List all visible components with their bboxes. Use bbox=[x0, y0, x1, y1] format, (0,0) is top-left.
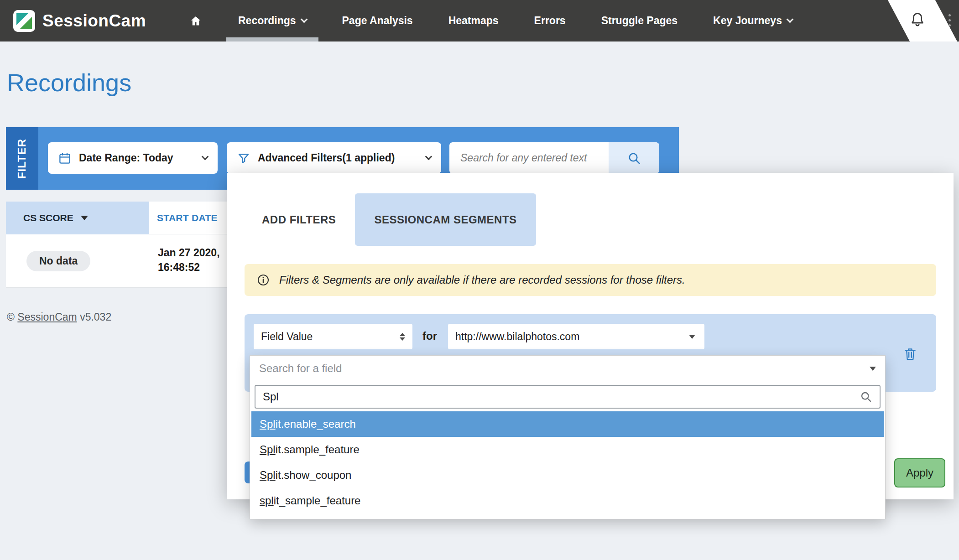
nav-heatmaps[interactable]: Heatmaps bbox=[437, 0, 511, 41]
tab-sessioncam-segments[interactable]: SESSIONCAM SEGMENTS bbox=[355, 193, 536, 246]
field-type-select[interactable]: Field Value bbox=[254, 324, 412, 349]
filter-tab[interactable]: FILTER bbox=[6, 127, 38, 190]
search-icon bbox=[860, 390, 872, 403]
option-split-show-coupon[interactable]: Split.show_coupon bbox=[251, 462, 884, 488]
option-rest-text: it.sample_feature bbox=[276, 443, 360, 456]
chevron-down-icon bbox=[300, 16, 308, 23]
option-rest-text: it_sample_feature bbox=[274, 494, 361, 507]
dropdown-arrow-icon bbox=[870, 367, 876, 371]
nav-recordings-label: Recordings bbox=[238, 15, 296, 27]
filter-tab-label: FILTER bbox=[16, 138, 29, 178]
option-match-text: Spl bbox=[260, 418, 276, 430]
updown-icon bbox=[400, 333, 405, 341]
top-navigation: SessionCam Recordings Page Analysis Heat… bbox=[0, 0, 959, 41]
info-icon bbox=[256, 273, 270, 287]
footer: © SessionCam v5.032 bbox=[7, 311, 111, 323]
field-select-header[interactable]: Search for a field bbox=[250, 356, 885, 381]
field-options-list: Split.enable_search Split.sample_feature… bbox=[250, 411, 885, 513]
field-search-box bbox=[255, 385, 881, 409]
field-select-placeholder: Search for a field bbox=[259, 362, 342, 375]
option-split-sample-feature-lower[interactable]: split_sample_feature bbox=[251, 488, 884, 513]
column-header-cs-score[interactable]: CS SCORE bbox=[6, 202, 149, 234]
nav-page-analysis-label: Page Analysis bbox=[342, 15, 413, 27]
funnel-icon bbox=[237, 151, 250, 165]
field-type-value: Field Value bbox=[261, 331, 313, 343]
search-icon bbox=[627, 151, 641, 166]
option-match-text: Spl bbox=[260, 443, 276, 456]
advanced-filters-panel: ADD FILTERS SESSIONCAM SEGMENTS Filters … bbox=[227, 173, 954, 499]
column-header-start-date[interactable]: START DATE bbox=[157, 202, 218, 234]
cs-score-badge: No data bbox=[26, 251, 90, 271]
option-split-sample-feature[interactable]: Split.sample_feature bbox=[251, 437, 884, 462]
chevron-down-icon bbox=[425, 153, 433, 161]
field-combobox: Search for a field Split.enable_search S… bbox=[250, 355, 886, 519]
site-select-value: http://www.bilalphotos.com bbox=[455, 331, 579, 343]
text-search bbox=[449, 142, 659, 174]
notifications-button[interactable] bbox=[909, 11, 926, 30]
panel-tabs: ADD FILTERS SESSIONCAM SEGMENTS bbox=[243, 193, 536, 246]
nav-key-journeys-label: Key Journeys bbox=[713, 15, 782, 27]
for-label: for bbox=[422, 330, 437, 342]
sessioncam-logo-icon bbox=[12, 9, 36, 33]
option-rest-text: it.show_coupon bbox=[276, 469, 352, 482]
app-screen: SessionCam Recordings Page Analysis Heat… bbox=[0, 0, 959, 560]
nav-errors-label: Errors bbox=[534, 15, 566, 27]
dropdown-arrow-icon bbox=[689, 335, 695, 339]
start-date-line1: Jan 27 2020, bbox=[158, 245, 220, 260]
option-match-text: Spl bbox=[260, 469, 276, 482]
option-rest-text: it.enable_search bbox=[276, 418, 356, 430]
nav-errors[interactable]: Errors bbox=[522, 0, 578, 41]
search-input[interactable] bbox=[449, 142, 609, 174]
apply-button[interactable]: Apply bbox=[894, 458, 945, 487]
search-button[interactable] bbox=[609, 142, 659, 174]
chevron-down-icon bbox=[202, 153, 209, 161]
home-icon bbox=[189, 14, 203, 28]
page-title: Recordings bbox=[7, 68, 131, 97]
delete-filter-button[interactable] bbox=[902, 346, 918, 363]
nav-recordings[interactable]: Recordings bbox=[226, 0, 318, 41]
option-match-text: spl bbox=[260, 494, 274, 507]
nav-struggle-pages-label: Struggle Pages bbox=[601, 15, 678, 27]
nav-struggle-pages[interactable]: Struggle Pages bbox=[589, 0, 689, 41]
bell-icon bbox=[909, 11, 926, 28]
kebab-dot bbox=[949, 19, 951, 21]
overflow-menu-button[interactable] bbox=[946, 13, 954, 27]
sort-descending-icon bbox=[81, 216, 88, 220]
advanced-filters-label: Advanced Filters(1 applied) bbox=[258, 152, 395, 164]
copyright-symbol: © bbox=[7, 311, 15, 323]
trash-icon bbox=[902, 346, 918, 362]
option-split-enable-search[interactable]: Split.enable_search bbox=[251, 411, 884, 437]
date-range-button[interactable]: Date Range: Today bbox=[48, 142, 218, 174]
calendar-icon bbox=[58, 151, 72, 165]
tab-add-filters[interactable]: ADD FILTERS bbox=[243, 193, 355, 246]
notice-text: Filters & Segments are only available if… bbox=[279, 274, 685, 286]
main-nav: Recordings Page Analysis Heatmaps Errors… bbox=[177, 0, 804, 41]
kebab-dot bbox=[949, 24, 951, 26]
nav-key-journeys[interactable]: Key Journeys bbox=[701, 0, 804, 41]
field-search-input[interactable] bbox=[263, 390, 860, 403]
start-date-cell: Jan 27 2020, 16:48:52 bbox=[158, 245, 220, 275]
cs-score-header-label: CS SCORE bbox=[23, 213, 73, 223]
version-label: v5.032 bbox=[80, 311, 111, 323]
chevron-down-icon bbox=[787, 16, 794, 23]
start-date-line2: 16:48:52 bbox=[158, 260, 220, 275]
footer-sessioncam-link[interactable]: SessionCam bbox=[17, 311, 77, 323]
nav-page-analysis[interactable]: Page Analysis bbox=[330, 0, 425, 41]
nav-home[interactable] bbox=[177, 0, 214, 41]
advanced-filters-button[interactable]: Advanced Filters(1 applied) bbox=[227, 142, 441, 174]
nav-heatmaps-label: Heatmaps bbox=[448, 15, 499, 27]
site-select[interactable]: http://www.bilalphotos.com bbox=[448, 324, 704, 349]
brand-name: SessionCam bbox=[42, 11, 146, 31]
info-notice: Filters & Segments are only available if… bbox=[245, 264, 936, 296]
brand[interactable]: SessionCam bbox=[12, 0, 146, 41]
kebab-dot bbox=[949, 14, 951, 16]
date-range-label: Date Range: Today bbox=[79, 152, 173, 164]
